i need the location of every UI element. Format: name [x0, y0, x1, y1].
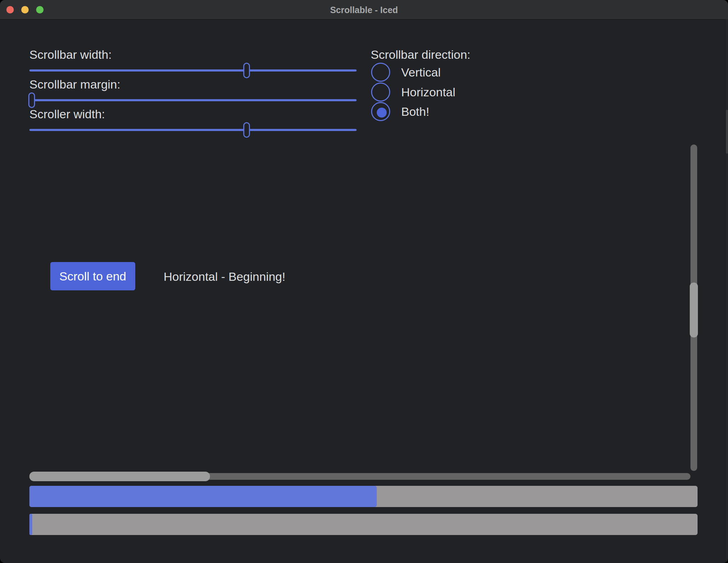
app-window: Scrollable - Iced Scrollbar width: Scrol…: [0, 0, 728, 563]
radio-dot-icon: [377, 108, 387, 118]
scrollbar-margin-slider[interactable]: [29, 92, 357, 108]
scroller-width-slider[interactable]: [29, 122, 357, 138]
vertical-scrollbar-thumb[interactable]: [690, 283, 698, 337]
progress-fill: [29, 486, 377, 507]
radio-label[interactable]: Both!: [401, 104, 429, 119]
titlebar[interactable]: Scrollable - Iced: [0, 0, 728, 20]
radio-circle-icon[interactable]: [371, 102, 390, 121]
progress-fill: [29, 514, 32, 535]
horizontal-scrollbar-thumb[interactable]: [29, 472, 210, 481]
horizontal-progress-bar: [29, 486, 698, 507]
slider-rail[interactable]: [29, 69, 357, 72]
scrollbar-margin-label: Scrollbar margin:: [29, 77, 120, 91]
slider-handle[interactable]: [243, 122, 250, 138]
radio-option-both[interactable]: Both!: [371, 102, 520, 121]
horizontal-scrollbar-track[interactable]: [29, 473, 690, 480]
slider-handle[interactable]: [243, 63, 250, 78]
scroll-status-text: Horizontal - Beginning!: [164, 269, 285, 284]
window-title: Scrollable - Iced: [0, 0, 728, 19]
window-edge-scrollbar: [725, 19, 728, 563]
radio-option-horizontal[interactable]: Horizontal: [371, 83, 520, 102]
scroll-to-end-button[interactable]: Scroll to end: [50, 262, 135, 290]
radio-label[interactable]: Horizontal: [401, 85, 455, 99]
vertical-progress-bar: [29, 514, 698, 535]
radio-label[interactable]: Vertical: [401, 65, 441, 79]
scroller-width-label: Scroller width:: [29, 107, 105, 121]
slider-handle[interactable]: [28, 92, 35, 108]
scrollbar-width-slider[interactable]: [29, 63, 357, 78]
radio-circle-icon[interactable]: [371, 63, 390, 82]
radio-circle-icon[interactable]: [371, 83, 390, 102]
vertical-scrollbar-track[interactable]: [690, 144, 697, 471]
radio-option-vertical[interactable]: Vertical: [371, 63, 520, 82]
slider-rail[interactable]: [29, 99, 357, 101]
window-edge-scrollbar-thumb[interactable]: [726, 110, 728, 154]
slider-rail[interactable]: [29, 129, 357, 131]
scrollbar-direction-label: Scrollbar direction:: [371, 47, 471, 62]
scrollbar-width-label: Scrollbar width:: [29, 47, 112, 62]
